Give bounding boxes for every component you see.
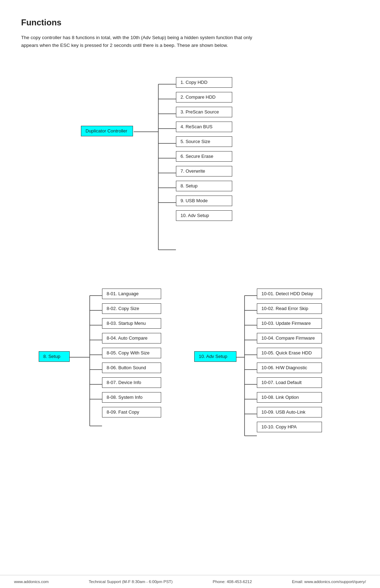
adv-setup-item-1: 10-01. Detect HDD Delay bbox=[257, 289, 322, 299]
menu-item-8: 8. Setup bbox=[176, 181, 232, 191]
footer: www.addonics.com Technical Support (M-F … bbox=[0, 575, 380, 588]
page-content: Functions The copy controller has 8 func… bbox=[0, 0, 380, 575]
setup-item-2: 8-02. Copy Size bbox=[102, 303, 161, 314]
setup-item-1: 8-01. Language bbox=[102, 289, 161, 299]
adv-setup-item-3: 10-03. Update Firmware bbox=[257, 318, 322, 329]
menu-item-9: 9. USB Mode bbox=[176, 196, 232, 206]
page-title: Functions bbox=[21, 18, 359, 27]
setup-item-6: 8-06. Button Sound bbox=[102, 363, 161, 373]
menu-item-2: 2. Compare HDD bbox=[176, 92, 232, 103]
menu-item-6: 6. Secure Erase bbox=[176, 151, 232, 162]
menu-item-7: 7. Overwrite bbox=[176, 166, 232, 177]
adv-setup-item-4: 10-04. Compare Firmware bbox=[257, 333, 322, 343]
controller-box: Duplicator Controller bbox=[81, 126, 133, 136]
adv-setup-item-5: 10-05. Quick Erase HDD bbox=[257, 348, 322, 358]
setup-item-9: 8-09. Fast Copy bbox=[102, 407, 161, 417]
menu-item-3: 3. PreScan Source bbox=[176, 107, 232, 117]
adv-setup-item-8: 10-08. Link Option bbox=[257, 392, 322, 403]
main-diagram: Duplicator Controller 1. Copy HDD2. Comp… bbox=[21, 63, 359, 267]
intro-paragraph: The copy controller has 8 functions in t… bbox=[21, 34, 260, 49]
sub-diagram: 8. Setup 8-01. Language8-02. Copy Size8-… bbox=[21, 289, 359, 444]
setup-item-8: 8-08. System Info bbox=[102, 392, 161, 403]
footer-email: Email: www.addonics.com/support/query/ bbox=[292, 580, 366, 584]
setup-item-5: 8-05. Copy With Size bbox=[102, 348, 161, 358]
adv-setup-item-10: 10-10. Copy HPA bbox=[257, 422, 322, 432]
footer-phone: Phone: 408-453-6212 bbox=[213, 580, 252, 584]
menu-item-10: 10. Adv Setup bbox=[176, 210, 232, 221]
menu-item-1: 1. Copy HDD bbox=[176, 77, 232, 88]
adv-setup-item-7: 10-07. Load Default bbox=[257, 377, 322, 388]
footer-website: www.addonics.com bbox=[14, 580, 49, 584]
menu-item-4: 4. ReScan BUS bbox=[176, 122, 232, 132]
setup-item-4: 8-04. Auto Compare bbox=[102, 333, 161, 343]
adv-setup-item-9: 10-09. USB Auto-Link bbox=[257, 407, 322, 417]
setup-box: 8. Setup bbox=[39, 351, 70, 362]
adv-setup-box: 10. Adv Setup bbox=[194, 351, 236, 362]
adv-setup-item-6: 10-06. H/W Diagnostic bbox=[257, 363, 322, 373]
footer-support: Technical Support (M-F 8:30am - 6:00pm P… bbox=[89, 580, 172, 584]
adv-setup-item-2: 10-02. Read Error Skip bbox=[257, 303, 322, 314]
setup-item-3: 8-03. Startup Menu bbox=[102, 318, 161, 329]
setup-item-7: 8-07. Device Info bbox=[102, 377, 161, 388]
menu-item-5: 5. Source Size bbox=[176, 136, 232, 147]
